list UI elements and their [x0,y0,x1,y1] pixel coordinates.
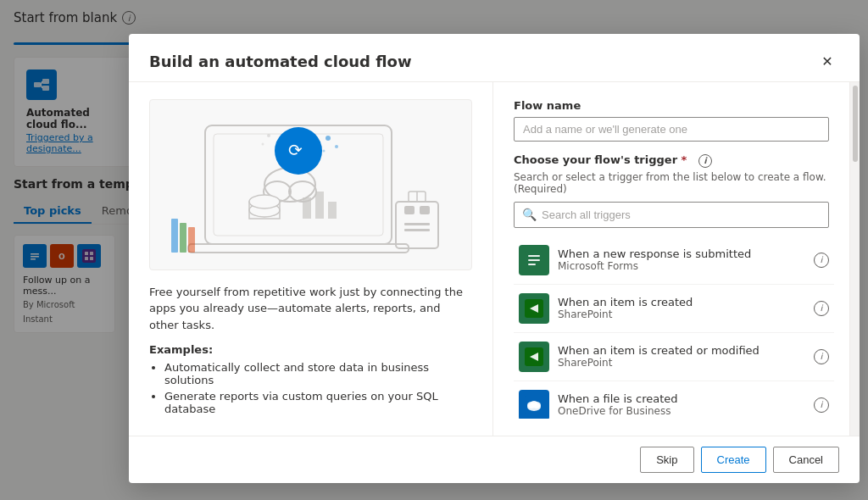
required-star: * [682,153,687,166]
trigger-detail-icon[interactable]: i [814,397,829,413]
svg-rect-30 [188,227,195,253]
svg-rect-35 [404,229,430,231]
svg-point-43 [267,134,270,137]
svg-point-57 [531,401,537,406]
trigger-detail-icon[interactable]: i [814,349,829,364]
flow-description: Free yourself from repetitive work just … [149,284,472,334]
close-button[interactable]: ✕ [815,49,839,73]
flow-name-input[interactable] [514,117,829,142]
flow-name-label: Flow name [514,99,829,112]
trigger-name: When an item is created [558,296,807,308]
svg-rect-47 [528,259,540,261]
trigger-icon-onedrive [519,390,549,419]
dialog-right-panel: Flow name Choose your flow's trigger * i… [493,82,849,436]
trigger-item[interactable]: When a new response is submitted Microso… [514,236,834,285]
svg-rect-28 [171,219,178,253]
svg-text:⟳: ⟳ [288,140,303,160]
svg-point-40 [326,136,331,141]
dialog-footer: Skip Create Cancel [129,436,860,483]
dialog-header: Build an automated cloud flow ✕ [129,34,860,82]
trigger-info: When a file is created OneDrive for Busi… [558,392,807,417]
trigger-item[interactable]: When an item is created SharePoint i [514,285,834,333]
trigger-description: Search or select a trigger from the list… [514,171,829,195]
examples-label: Examples: [149,343,472,356]
trigger-source: Microsoft Forms [558,260,807,272]
svg-rect-27 [328,202,337,219]
trigger-icon-sp2 [519,342,549,372]
svg-point-42 [322,149,325,152]
examples-list: Automatically collect and store data in … [149,361,472,419]
search-icon: 🔍 [522,208,537,221]
scrollbar[interactable] [849,82,860,436]
search-box: 🔍 [514,202,829,228]
build-flow-dialog: Build an automated cloud flow ✕ [129,34,860,483]
dialog-body: ⟳ Free yourself from repetitive work jus… [129,82,860,436]
trigger-info: When an item is created SharePoint [558,296,807,320]
dialog-left-panel: ⟳ Free yourself from repetitive work jus… [129,82,493,436]
svg-rect-18 [188,244,409,253]
trigger-item[interactable]: When an item is created or modified Shar… [514,333,834,381]
trigger-icon-forms [519,245,549,275]
svg-rect-25 [303,197,311,219]
trigger-source: SharePoint [558,308,807,320]
svg-rect-26 [315,192,324,219]
trigger-name: When an item is created or modified [558,344,807,357]
flow-illustration: ⟳ [149,99,472,270]
svg-rect-32 [404,206,415,214]
svg-rect-29 [180,223,186,253]
trigger-detail-icon[interactable]: i [814,253,829,268]
skip-button[interactable]: Skip [640,447,693,473]
svg-point-24 [249,195,280,208]
scrollbar-thumb [853,86,858,162]
svg-rect-33 [420,206,430,214]
cancel-button[interactable]: Cancel [773,447,839,473]
trigger-info: When a new response is submitted Microso… [558,247,807,272]
triggers-list: When a new response is submitted Microso… [514,236,834,419]
create-button[interactable]: Create [701,447,766,473]
trigger-name: When a file is created [558,392,807,405]
trigger-name: When a new response is submitted [558,247,807,260]
search-triggers-input[interactable] [514,202,829,228]
dialog-title: Build an automated cloud flow [149,53,412,70]
svg-point-44 [261,142,264,145]
trigger-source: OneDrive for Business [558,405,807,417]
trigger-info: When an item is created or modified Shar… [558,344,807,369]
trigger-label: Choose your flow's trigger * i [514,153,829,168]
trigger-icon-sp1 [519,293,549,324]
trigger-detail-icon[interactable]: i [814,301,829,316]
svg-rect-48 [528,264,536,265]
svg-rect-46 [528,255,540,257]
trigger-source: SharePoint [558,357,807,369]
example-item: Automatically collect and store data in … [164,361,472,386]
trigger-info-icon: i [698,154,712,168]
svg-point-41 [335,145,338,148]
example-item: Generate reports via custom queries on y… [164,390,472,415]
svg-rect-34 [404,223,430,225]
trigger-item[interactable]: When a file is created OneDrive for Busi… [514,381,834,419]
